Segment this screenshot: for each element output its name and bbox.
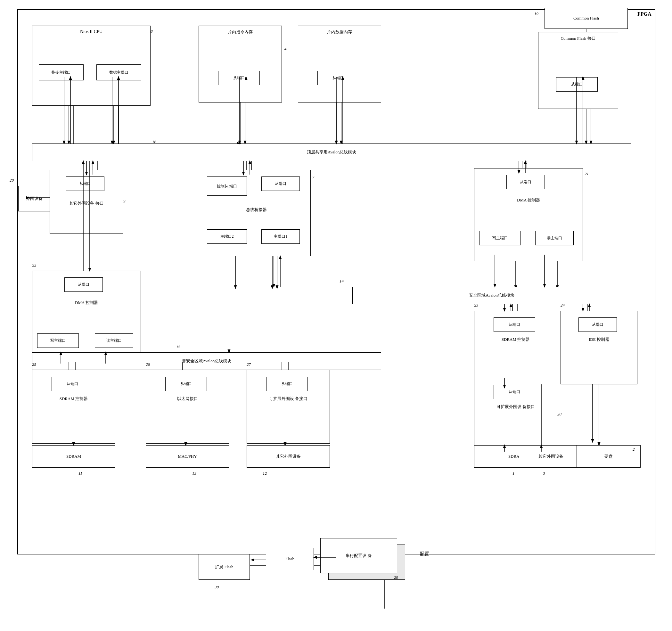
exp-periph-left-box: 可扩展外围设 备接口 从端口 bbox=[247, 370, 330, 444]
slave-label-2: 从端口 bbox=[333, 75, 344, 81]
num-3: 3 bbox=[543, 471, 545, 476]
external-periph-box: 外围设备 bbox=[18, 186, 50, 211]
num-7: 7 bbox=[312, 175, 315, 180]
nios-cpu-box: Nios II CPU 指令主端口 数据主端口 bbox=[32, 26, 150, 106]
slave-label-7: 从端口 bbox=[78, 282, 89, 287]
num-19: 19 bbox=[534, 11, 538, 16]
control-slave-box: 控制从 端口 bbox=[207, 176, 247, 196]
diagram-container: Common Flash 19 FPGA 10 Nios II CPU 指令主端… bbox=[0, 0, 672, 631]
num-2: 2 bbox=[632, 447, 635, 452]
master2-label: 主端口2 bbox=[220, 234, 234, 239]
instr-master-box: 指令主端口 bbox=[39, 64, 83, 80]
sdram-ctrl-left-box: SDRAM 控制器 从端口 bbox=[32, 370, 115, 444]
secure-avalon-box: 安全区域Avalon总线模块 bbox=[352, 287, 631, 304]
sdram-ctrl-left-slave: 从端口 bbox=[52, 377, 93, 391]
num-15: 15 bbox=[176, 344, 180, 349]
other-periph-if-label: 其它外围设备 接口 bbox=[50, 200, 123, 206]
write-master-r-label: 写主端口 bbox=[492, 236, 508, 241]
onchip-instr-slave: 从端口 bbox=[218, 71, 260, 85]
sdram-ctrl-right-label: SDRAM 控制器 bbox=[474, 337, 557, 342]
data-master-box: 数据主端口 bbox=[96, 64, 141, 80]
ide-slave: 从端口 bbox=[578, 317, 617, 332]
common-flash-if-box: Common Flash 接口 从端口 bbox=[538, 32, 618, 109]
control-slave-label: 控制从 端口 bbox=[217, 184, 237, 189]
dma-right-slave: 从端口 bbox=[506, 175, 545, 189]
num-12: 12 bbox=[263, 471, 267, 476]
dma-right-label: DMA 控制器 bbox=[474, 197, 583, 203]
mac-phy-box: MAC/PHY bbox=[146, 445, 229, 468]
sdram-ctrl-right-box: SDRAM 控制器 从端口 bbox=[474, 311, 557, 384]
other-periph-right-label: 其它外围设备 bbox=[538, 454, 563, 459]
slave-label-4: 从端口 bbox=[79, 181, 91, 187]
master1-box: 主端口1 bbox=[261, 229, 300, 244]
dma-right-box: DMA 控制器 从端口 写主端口 读主端口 bbox=[474, 168, 583, 261]
ethernet-slave: 从端口 bbox=[165, 377, 207, 391]
mac-phy-label: MAC/PHY bbox=[178, 454, 197, 459]
exp-periph-left-label: 可扩展外围设 备接口 bbox=[247, 396, 330, 402]
other-periph-mid-box: 其它外围设备 bbox=[247, 445, 330, 468]
sdram-bot-left-label: SDRAM bbox=[66, 454, 81, 459]
ide-ctrl-box: IDE 控制器 从端口 bbox=[560, 311, 638, 384]
ide-ctrl-label: IDE 控制器 bbox=[561, 337, 637, 342]
exp-periph-right-slave: 从端口 bbox=[494, 385, 535, 399]
num-25: 25 bbox=[32, 362, 36, 367]
num-13: 13 bbox=[192, 471, 196, 476]
common-flash-if-label: Common Flash 接口 bbox=[538, 35, 618, 41]
dma-left-read: 读主端口 bbox=[95, 334, 133, 348]
exp-periph-right-label: 可扩展外围设 备接口 bbox=[474, 404, 557, 410]
dma-left-label: DMA 控制器 bbox=[32, 300, 141, 306]
slave-label-12: 从端口 bbox=[592, 322, 603, 327]
num-24: 24 bbox=[560, 303, 565, 308]
dma-left-write: 写主端口 bbox=[37, 334, 79, 348]
slave-label-8: 从端口 bbox=[67, 381, 78, 387]
num-22: 22 bbox=[32, 263, 36, 268]
hard-disk-label: 硬盘 bbox=[604, 454, 613, 459]
nios-cpu-label: Nios II CPU bbox=[32, 29, 150, 34]
bus-bridge-label: 总线桥接器 bbox=[202, 207, 310, 213]
common-flash-if-slave: 从端口 bbox=[556, 77, 598, 92]
secure-avalon-label: 安全区域Avalon总线模块 bbox=[469, 293, 514, 298]
num-28: 28 bbox=[557, 412, 561, 417]
num-1: 1 bbox=[512, 471, 515, 476]
slave-label-9: 从端口 bbox=[180, 381, 192, 387]
num-29: 29 bbox=[394, 575, 398, 580]
bus-bridge-slave: 从端口 bbox=[261, 176, 300, 191]
write-master-l-label: 写主端口 bbox=[50, 338, 66, 343]
exp-periph-right-box: 可扩展外围设 备接口 从端口 bbox=[474, 378, 557, 452]
onchip-instr-box: 片内指令内存 从端口 bbox=[198, 26, 282, 102]
onchip-data-box: 片内数据内存 从端口 bbox=[298, 26, 381, 102]
ext-flash-label: 扩展 Flash bbox=[215, 564, 233, 570]
slave-label-1: 从端口 bbox=[233, 75, 245, 81]
peripheral-label: 外围设备 bbox=[26, 196, 43, 201]
num-20: 20 bbox=[9, 178, 14, 183]
instr-master-label: 指令主端口 bbox=[52, 70, 71, 75]
num-9: 9 bbox=[123, 199, 125, 204]
nonsecure-avalon-label: 非安全区域Avalon总线模块 bbox=[182, 358, 231, 364]
bus-bridge-box: 总线桥接器 控制从 端口 从端口 主端口2 主端口1 bbox=[202, 170, 311, 256]
top-avalon-label: 顶层共享用Avalon总线模块 bbox=[307, 150, 356, 155]
flash-box: Flash bbox=[266, 548, 314, 570]
serial-config-area: 串行配置设 备 bbox=[320, 538, 400, 580]
dma-right-write: 写主端口 bbox=[479, 231, 521, 245]
top-avalon-box: 顶层共享用Avalon总线模块 bbox=[32, 144, 631, 161]
num-23: 23 bbox=[474, 303, 478, 308]
sdram-ctrl-left-label: SDRAM 控制器 bbox=[32, 396, 115, 402]
serial-config-label: 串行配置设 备 bbox=[345, 553, 371, 559]
common-flash-top-box: Common Flash bbox=[545, 8, 628, 29]
ext-flash-box: 扩展 Flash bbox=[198, 554, 250, 580]
num-30: 30 bbox=[215, 585, 219, 590]
flash-label: Flash bbox=[285, 556, 294, 562]
slave-label-3: 从端口 bbox=[571, 82, 583, 87]
fpga-label: FPGA bbox=[638, 11, 651, 17]
num-11: 11 bbox=[78, 471, 82, 476]
master2-box: 主端口2 bbox=[207, 229, 247, 244]
read-master-r-label: 读主端口 bbox=[547, 236, 562, 241]
config-label: 配置 bbox=[419, 551, 429, 557]
hard-disk-box: 硬盘 bbox=[577, 445, 641, 468]
ethernet-if-box: 以太网接口 从端口 bbox=[146, 370, 229, 444]
num-21: 21 bbox=[584, 171, 589, 176]
dma-right-read: 读主端口 bbox=[535, 231, 574, 245]
num-4: 4 bbox=[284, 46, 287, 52]
onchip-data-label: 片内数据内存 bbox=[298, 29, 381, 35]
slave-label-13: 从端口 bbox=[509, 389, 520, 395]
